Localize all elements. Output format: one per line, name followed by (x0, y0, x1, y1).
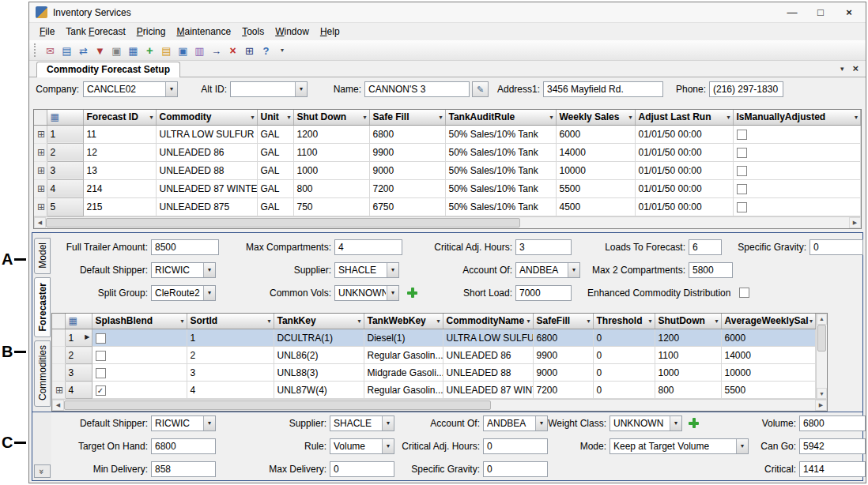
splashblend-checkbox[interactable] (96, 368, 106, 378)
scroll-right-icon[interactable]: ▶ (815, 400, 827, 411)
cell-weekly-sales[interactable]: 4500 (556, 197, 635, 216)
column-header-ismanuallyadjusted[interactable]: IsManuallyAdjusted▾ (733, 110, 861, 125)
grid-row[interactable]: ⊞4✓4UNL87W(4)Regular Gasolin...UNLEADED … (52, 382, 816, 399)
short-load-input[interactable]: 7000 (515, 285, 572, 301)
default-shipper-combo[interactable]: RICWIC ▾ (151, 262, 216, 278)
column-filter-icon[interactable]: ▾ (180, 318, 183, 325)
help-icon[interactable]: ? (258, 43, 274, 59)
cell-threshold[interactable]: 0 (593, 347, 655, 364)
cell-tankauditrule[interactable]: 50% Sales/10% Tank (445, 125, 556, 143)
menu-tools[interactable]: Tools (236, 24, 270, 39)
column-header-tankwebkey[interactable]: TankWebKey▾ (364, 314, 443, 329)
cell-shutdown[interactable]: 1100 (655, 347, 721, 364)
scroll-down-icon[interactable]: ▼ (817, 388, 827, 399)
cell-safe-fill[interactable]: 7200 (369, 179, 445, 197)
cell-tankauditrule[interactable]: 50% Sales/10% Tank (445, 179, 556, 197)
column-filter-icon[interactable]: ▾ (436, 318, 440, 325)
cell-safe-fill[interactable]: 9000 (369, 161, 445, 179)
specific-gravity-input[interactable]: 0 (810, 239, 863, 255)
column-filter-icon[interactable]: ▾ (526, 318, 530, 325)
name-input[interactable]: CANNON'S 3 (364, 81, 470, 97)
column-filter-icon[interactable]: ▾ (648, 318, 651, 325)
menu-help[interactable]: Help (315, 24, 345, 39)
minimize-button[interactable]: — (780, 6, 804, 18)
row-header[interactable]: 5 (47, 197, 83, 216)
cell-weekly-sales[interactable]: 6000 (556, 125, 635, 143)
row-header[interactable]: 4 (65, 382, 92, 399)
cell-commodity[interactable]: UNLEADED 88 (156, 161, 257, 179)
import-icon[interactable]: ▼ (92, 43, 108, 59)
splashblend-checkbox[interactable]: ✓ (96, 385, 106, 396)
cell-tankkey[interactable]: UNL86(2) (274, 347, 364, 364)
split-group-combo[interactable]: CleRoute2 ▾ (151, 285, 216, 301)
scroll-thumb[interactable] (817, 325, 826, 352)
combo-arrow-icon[interactable]: ▾ (203, 286, 215, 300)
row-expander-icon[interactable]: ⊞ (34, 179, 47, 197)
cell-safefill[interactable]: 9000 (533, 364, 593, 382)
cell-sortid[interactable]: 4 (187, 382, 274, 399)
cell-forecast-id[interactable]: 11 (83, 125, 156, 143)
cell-safe-fill[interactable]: 6750 (369, 197, 445, 216)
combo-arrow-icon[interactable]: ▾ (387, 263, 398, 277)
column-filter-icon[interactable]: ▾ (363, 114, 366, 121)
cell-weekly-sales[interactable]: 14000 (556, 143, 635, 161)
cell-averageweeklysal[interactable]: 6000 (721, 329, 816, 347)
enhanced-commodity-distribution-checkbox[interactable] (739, 288, 749, 298)
column-header-forecast-id[interactable]: Forecast ID▾ (83, 110, 156, 125)
row-header[interactable]: 3 (47, 161, 83, 179)
side-tab-model[interactable]: Model (34, 238, 51, 274)
combo-arrow-icon[interactable]: ▾ (382, 439, 394, 453)
cell-adjust-last-run[interactable]: 01/01/50 00:00 (635, 143, 733, 161)
grid-corner-icon[interactable]: ▦ (47, 110, 83, 125)
column-header-safefill[interactable]: SafeFill▾ (533, 314, 593, 329)
cell-forecast-id[interactable]: 215 (83, 197, 156, 216)
grid-row[interactable]: 22UNL86(2)Regular Gasolin...UNLEADED 869… (52, 347, 816, 364)
critical-adj-hours-input[interactable]: 3 (515, 239, 572, 255)
save-icon[interactable]: ▣ (175, 43, 191, 59)
cell-tankwebkey[interactable]: Regular Gasolin... (364, 382, 443, 399)
column-filter-icon[interactable]: ▾ (251, 114, 254, 121)
cell-averageweeklysal[interactable]: 14000 (721, 347, 816, 364)
column-header-weekly-sales[interactable]: Weekly Sales▾ (556, 110, 635, 125)
ismanuallyadjusted-checkbox[interactable] (737, 130, 747, 140)
menu-window[interactable]: Window (270, 24, 315, 39)
account-of-combo[interactable]: ANDBEA ▾ (515, 262, 580, 278)
collapse-panel-button[interactable]: » (34, 464, 51, 478)
company-combo[interactable]: CANCLE02 ▾ (83, 81, 178, 97)
scroll-thumb[interactable] (64, 400, 491, 410)
cell-sortid[interactable]: 1 (187, 329, 274, 347)
column-header-shutdown[interactable]: ShutDown▾ (655, 314, 721, 329)
column-header-threshold[interactable]: Threshold▾ (593, 314, 655, 329)
forecast-hscrollbar[interactable]: ◀ ▶ (34, 216, 861, 228)
column-header-splashblend[interactable]: SplashBlend▾ (92, 314, 187, 329)
grid-corner-icon[interactable]: ▦ (65, 314, 92, 329)
can-go-input[interactable]: 5942 (799, 438, 866, 454)
weight-class-combo[interactable]: UNKNOWN ▾ (609, 415, 682, 431)
cell-unit[interactable]: GAL (257, 197, 293, 216)
column-filter-icon[interactable]: ▾ (357, 318, 360, 325)
add-weight-class-button[interactable] (687, 416, 700, 430)
alt-id-combo[interactable]: ▾ (230, 81, 308, 97)
scroll-track[interactable] (491, 400, 815, 411)
cell-unit[interactable]: GAL (257, 179, 293, 197)
grid-row[interactable]: ⊞111ULTRA LOW SULFURGAL1200680050% Sales… (34, 125, 861, 143)
cell-adjust-last-run[interactable]: 01/01/50 00:00 (635, 161, 733, 179)
side-tab-forecaster[interactable]: Forecaster (34, 277, 51, 337)
column-header-adjust-last-run[interactable]: Adjust Last Run▾ (635, 110, 733, 125)
cell-commodity[interactable]: ULTRA LOW SULFUR (156, 125, 257, 143)
cell-adjust-last-run[interactable]: 01/01/50 00:00 (635, 197, 733, 216)
cell-commodity[interactable]: UNLEADED 86 (156, 143, 257, 161)
tank-vscrollbar[interactable]: ▲ ▼ (816, 314, 827, 400)
row-header[interactable]: 3 (65, 364, 92, 382)
cell-safe-fill[interactable]: 6800 (369, 125, 445, 143)
column-header-commodity[interactable]: Commodity▾ (156, 110, 257, 125)
scroll-left-icon[interactable]: ◀ (52, 400, 64, 411)
tank-hscrollbar[interactable]: ◀ ▶ (52, 399, 827, 411)
row-expander-icon[interactable]: ⊞ (34, 197, 47, 216)
side-tab-commodities[interactable]: Commodities (34, 340, 51, 407)
cell-commodityname[interactable]: UNLEADED 88 (443, 364, 533, 382)
scroll-right-icon[interactable]: ▶ (849, 217, 861, 228)
splashblend-checkbox[interactable] (96, 333, 106, 344)
row-expander-icon[interactable]: ⊞ (34, 125, 47, 143)
cell-tankauditrule[interactable]: 50% Sales/10% Tank (445, 161, 556, 179)
